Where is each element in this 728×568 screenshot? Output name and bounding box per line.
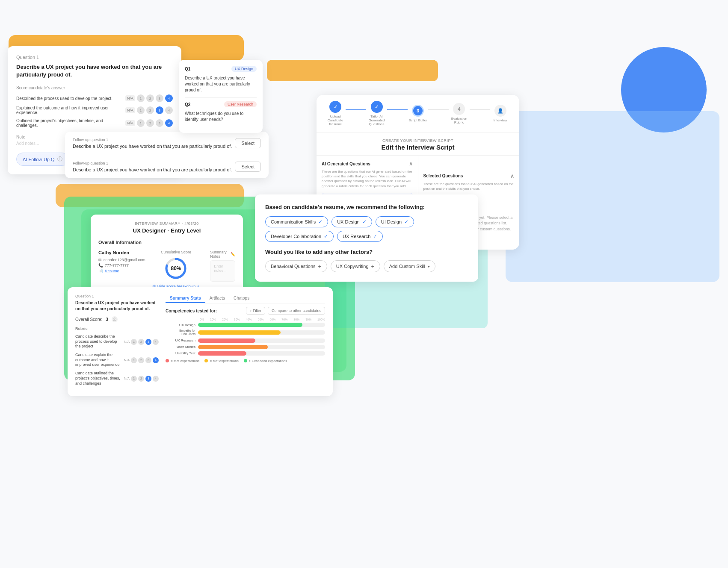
bar-track-empathy bbox=[198, 330, 325, 335]
rdot-2-2[interactable]: 2 bbox=[138, 357, 144, 363]
rdot-3-1[interactable]: 1 bbox=[131, 376, 137, 382]
score-3-3[interactable]: 3 bbox=[156, 119, 163, 127]
overall-info-title: Overall Information bbox=[98, 240, 235, 245]
skill-communication[interactable]: Communication Skills ✓ bbox=[265, 216, 328, 227]
score-na-1[interactable]: N/A bbox=[125, 95, 135, 101]
score-info-icon: ⓘ bbox=[112, 316, 118, 322]
skill-ux-research[interactable]: UX Research ✓ bbox=[337, 231, 383, 242]
score-q-label: Question 1 bbox=[75, 294, 159, 298]
score-2-1[interactable]: 1 bbox=[137, 106, 145, 114]
recommend-title: Based on candidate's resume, we recommen… bbox=[265, 204, 468, 210]
filter-button[interactable]: ↕ Filter bbox=[246, 307, 265, 315]
q1-label: Q1 bbox=[185, 67, 190, 71]
tab-artifacts[interactable]: Artifacts bbox=[205, 294, 229, 303]
add-copywriting[interactable]: UX Copywriting + bbox=[331, 260, 380, 272]
add-custom-skill[interactable]: Add Custom Skill ▾ bbox=[384, 260, 435, 272]
selected-questions-desc: These are the questions that our AI gene… bbox=[423, 182, 515, 191]
rdot-1-3[interactable]: 3 bbox=[145, 339, 151, 345]
rdot-3-3[interactable]: 3 bbox=[145, 376, 151, 382]
competency-section: Competencies tested for: ↕ Filter Compar… bbox=[166, 307, 325, 363]
ai-questions-label: AI Generated Questions bbox=[322, 162, 370, 166]
score-section-title: Score candidate's answer bbox=[16, 85, 173, 90]
tab-chatops[interactable]: Chatops bbox=[229, 294, 254, 303]
score-3-1[interactable]: 1 bbox=[137, 119, 145, 127]
rubric-score-row-1: Candidate describe the process used to d… bbox=[75, 334, 159, 349]
interview-summary-card: INTERVIEW SUMMARY - 4/03/20 UX Designer … bbox=[91, 215, 243, 295]
rubric-row-2: Explained the outcome and how it improve… bbox=[16, 106, 173, 115]
bar-track-ux bbox=[198, 323, 325, 327]
script-header: CREATE YOUR INTERVIEW SCRIPT Edit the In… bbox=[317, 132, 519, 156]
ai-questions-collapse[interactable]: ∧ bbox=[409, 161, 413, 167]
email-icon: ✉ bbox=[98, 258, 102, 262]
step-circle-5: 👤 bbox=[494, 105, 506, 117]
step-4: 4 Evaluation Rubric bbox=[449, 103, 469, 124]
step-circle-2: ✓ bbox=[371, 101, 383, 113]
legend-label-below: = Met expectations bbox=[171, 359, 199, 363]
rdot-3-2[interactable]: 2 bbox=[138, 376, 144, 382]
score-2-4[interactable]: 4 bbox=[165, 106, 173, 114]
q-divider bbox=[185, 97, 257, 98]
step-line-2 bbox=[387, 109, 408, 110]
score-1-1[interactable]: 1 bbox=[137, 94, 145, 102]
question-label: Question 1 bbox=[16, 55, 173, 60]
score-1-3[interactable]: 3 bbox=[156, 94, 163, 102]
summary-role: UX Designer - Entry Level bbox=[98, 227, 235, 234]
legend-label-met: = Met expectations bbox=[210, 359, 238, 363]
q1-badge: UX Design bbox=[231, 66, 257, 72]
rubric-text-1: Described the process used to develop th… bbox=[16, 96, 125, 101]
tab-summary-stats[interactable]: Summary Stats bbox=[166, 294, 205, 303]
followup-text-2: Describe a UX project you have worked on… bbox=[73, 167, 232, 172]
rubric-score-text-3: Candidate outlined the project's objecti… bbox=[75, 371, 121, 386]
skill-dev-collab[interactable]: Developer Collaboration ✓ bbox=[265, 231, 334, 242]
add-tags: Behavioral Questions + UX Copywriting + … bbox=[265, 260, 468, 272]
rdot-2-1[interactable]: 1 bbox=[131, 357, 137, 363]
step-line-4 bbox=[470, 109, 490, 110]
ai-followup-button[interactable]: AI Follow-Up Q ⓘ bbox=[16, 153, 69, 166]
rdot-2-3[interactable]: 3 bbox=[145, 357, 151, 363]
score-1-2[interactable]: 2 bbox=[146, 94, 154, 102]
bar-label-stories: User Stories bbox=[166, 345, 195, 349]
step-circle-3: 3 bbox=[412, 105, 424, 117]
step-line-1 bbox=[346, 109, 366, 110]
select-button-2[interactable]: Select bbox=[235, 162, 261, 172]
axis-50: 50% bbox=[258, 318, 264, 321]
script-sub-header: CREATE YOUR INTERVIEW SCRIPT bbox=[325, 138, 511, 143]
score-na-2[interactable]: N/A bbox=[125, 107, 135, 113]
candidate-resume-link[interactable]: Resume bbox=[105, 269, 119, 273]
rdot-3-4[interactable]: 4 bbox=[153, 376, 159, 382]
rdot-1-2[interactable]: 2 bbox=[138, 339, 144, 345]
edit-icon[interactable]: ✏️ bbox=[231, 252, 235, 256]
skill-dev-label: Developer Collaboration bbox=[271, 234, 321, 239]
step-line-3 bbox=[428, 109, 449, 110]
legend-label-exceeded: > Exceeded expectations bbox=[249, 359, 287, 363]
behavioral-label: Behavioral Questions bbox=[271, 264, 316, 269]
rdot-1-4[interactable]: 4 bbox=[153, 339, 159, 345]
skill-ux-design[interactable]: UX Design ✓ bbox=[331, 216, 372, 227]
rubric-text-3: Outlined the project's objectives, timel… bbox=[16, 118, 125, 128]
candidate-email: cnorden123@gmail.com bbox=[104, 258, 145, 262]
q1-text: Describe a UX project you have worked on… bbox=[185, 75, 257, 93]
skill-uid-check: ✓ bbox=[404, 219, 408, 225]
bar-fill-ux bbox=[198, 323, 302, 327]
score-1-4[interactable]: 4 bbox=[165, 94, 173, 102]
skill-uxr-check: ✓ bbox=[373, 233, 377, 239]
score-2-2[interactable]: 2 bbox=[146, 106, 154, 114]
legend-exceeded: > Exceeded expectations bbox=[244, 359, 287, 363]
candidate-info: Cathy Norden ✉ cnorden123@gmail.com 📞 77… bbox=[98, 250, 145, 288]
rdot-2-4[interactable]: 4 bbox=[153, 357, 159, 363]
score-2-3[interactable]: 3 bbox=[156, 106, 163, 114]
notes-area[interactable]: Enter notes... bbox=[210, 260, 235, 282]
score-3-2[interactable]: 2 bbox=[146, 119, 154, 127]
compare-button[interactable]: Compare to other candidates bbox=[268, 307, 325, 315]
skill-uxr-label: UX Research bbox=[343, 234, 370, 239]
skill-ui-design[interactable]: UI Design ✓ bbox=[376, 216, 414, 227]
select-button-1[interactable]: Select bbox=[235, 138, 261, 148]
rdot-1-1[interactable]: 1 bbox=[131, 339, 137, 345]
skill-uxd-label: UX Design bbox=[337, 219, 360, 224]
score-na-3[interactable]: N/A bbox=[125, 120, 135, 126]
candidate-resume-row: 📄 Resume bbox=[98, 269, 145, 273]
score-3-4[interactable]: 4 bbox=[165, 119, 173, 127]
selected-collapse[interactable]: ∧ bbox=[510, 173, 514, 179]
add-behavioral[interactable]: Behavioral Questions + bbox=[265, 260, 327, 272]
axis-40: 40% bbox=[246, 318, 252, 321]
